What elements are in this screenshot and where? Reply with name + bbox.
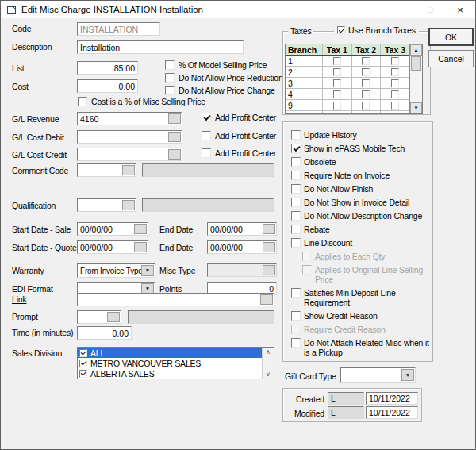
option-rebate[interactable]: Rebate bbox=[291, 225, 431, 234]
tax3-cell[interactable] bbox=[381, 89, 409, 99]
scrollbar-track[interactable] bbox=[410, 71, 422, 102]
checkbox[interactable] bbox=[165, 60, 175, 70]
tax2-checkbox[interactable] bbox=[362, 113, 370, 114]
no-price-change-checkbox[interactable]: Do Not Allow Price Change bbox=[165, 86, 275, 95]
gl-cost-debit-field[interactable] bbox=[77, 130, 182, 144]
option-show-in-epass-mobile-tech[interactable]: Show in ePASS Mobile Tech bbox=[291, 144, 431, 153]
checkbox[interactable] bbox=[79, 349, 87, 357]
sales-division-item[interactable]: ALL bbox=[78, 348, 262, 358]
scrollbar-thumb[interactable] bbox=[411, 56, 421, 71]
checkbox[interactable] bbox=[79, 370, 87, 378]
option-update-history[interactable]: Update History bbox=[291, 130, 431, 140]
checkbox[interactable] bbox=[291, 184, 301, 194]
tax2-cell[interactable] bbox=[352, 78, 381, 88]
tax1-checkbox[interactable] bbox=[333, 57, 341, 65]
tax1-checkbox[interactable] bbox=[333, 90, 341, 98]
checkbox[interactable] bbox=[79, 360, 87, 367]
option-do-not-show-in-invoice-detail[interactable]: Do Not Show in Invoice Detail bbox=[291, 198, 431, 207]
tax2-cell[interactable] bbox=[352, 100, 381, 110]
tax1-cell[interactable] bbox=[323, 89, 351, 99]
checkbox[interactable] bbox=[291, 198, 301, 207]
scroll-up-icon[interactable]: ▲ bbox=[410, 44, 422, 56]
prompt-combo[interactable] bbox=[77, 310, 121, 324]
tax1-cell[interactable] bbox=[323, 100, 351, 110]
checkbox[interactable] bbox=[291, 338, 301, 348]
cost-is-pct-checkbox[interactable]: Cost is a % of Misc Selling Price bbox=[78, 97, 205, 106]
tax-table-scrollbar[interactable]: ▲ ▼ bbox=[409, 44, 422, 113]
tax3-cell[interactable] bbox=[381, 111, 409, 113]
lookup-button[interactable] bbox=[122, 200, 135, 210]
tax2-checkbox[interactable] bbox=[362, 68, 370, 76]
checkbox[interactable] bbox=[165, 73, 175, 83]
use-branch-taxes-checkbox[interactable]: Use Branch Taxes bbox=[334, 25, 419, 35]
checkbox[interactable] bbox=[291, 238, 301, 248]
tax3-cell[interactable] bbox=[381, 67, 409, 77]
tax2-cell[interactable] bbox=[352, 67, 381, 77]
dropdown-arrow-icon[interactable] bbox=[401, 369, 414, 381]
tax1-checkbox[interactable] bbox=[333, 68, 341, 76]
tax1-checkbox[interactable] bbox=[333, 79, 341, 87]
tax2-checkbox[interactable] bbox=[362, 79, 370, 87]
tax2-checkbox[interactable] bbox=[362, 102, 370, 110]
calendar-button[interactable] bbox=[263, 224, 275, 234]
end-date-sale-field[interactable]: 00/00/00 bbox=[207, 222, 277, 236]
minimize-icon[interactable]: — bbox=[385, 1, 415, 18]
tax1-cell[interactable] bbox=[323, 78, 351, 88]
tax2-checkbox[interactable] bbox=[362, 57, 370, 65]
link-field[interactable] bbox=[77, 293, 274, 306]
option-require-note-on-invoice[interactable]: Require Note on Invoice bbox=[291, 171, 431, 180]
pct-model-selling-price-checkbox[interactable]: % Of Model Selling Price bbox=[165, 60, 267, 70]
add-profit-center-revenue-checkbox[interactable]: Add Profit Center bbox=[202, 113, 276, 122]
tax1-checkbox[interactable] bbox=[333, 102, 341, 110]
tax2-checkbox[interactable] bbox=[362, 90, 370, 98]
cost-field[interactable]: 0.00 bbox=[77, 79, 138, 93]
checkbox[interactable] bbox=[291, 288, 301, 298]
gl-cost-credit-field[interactable] bbox=[77, 148, 182, 161]
scroll-up-icon[interactable]: ∧ bbox=[266, 348, 271, 356]
lookup-button[interactable] bbox=[107, 312, 120, 322]
ok-button[interactable]: OK bbox=[428, 28, 474, 46]
dropdown-arrow-icon[interactable] bbox=[141, 265, 154, 276]
warranty-combo[interactable]: From Invoice Type bbox=[77, 263, 155, 278]
list-field[interactable]: 85.00 bbox=[77, 61, 138, 75]
start-date-sale-field[interactable]: 00/00/00 bbox=[77, 222, 148, 236]
lookup-button[interactable] bbox=[122, 165, 135, 175]
sales-division-scrollbar[interactable]: ∧ ∨ bbox=[262, 348, 274, 379]
sales-division-item[interactable]: ALBERTA SALES bbox=[78, 368, 262, 379]
tax3-cell[interactable] bbox=[381, 56, 409, 66]
lookup-button[interactable] bbox=[168, 149, 181, 160]
checkbox[interactable] bbox=[337, 26, 345, 34]
tax1-checkbox[interactable] bbox=[333, 113, 341, 114]
option-do-not-allow-description-change[interactable]: Do Not Allow Description Change bbox=[291, 211, 431, 221]
end-date-quote-field[interactable]: 00/00/00 bbox=[207, 240, 277, 254]
checkbox[interactable] bbox=[291, 311, 301, 321]
tax1-cell[interactable] bbox=[323, 56, 351, 66]
no-price-reduction-checkbox[interactable]: Do Not Allow Price Reduction bbox=[165, 73, 283, 83]
tax3-cell[interactable] bbox=[381, 100, 409, 110]
calendar-button[interactable] bbox=[134, 224, 147, 234]
checkbox[interactable] bbox=[202, 148, 211, 158]
add-profit-center-debit-checkbox[interactable]: Add Profit Center bbox=[202, 131, 276, 140]
tax3-cell[interactable] bbox=[381, 78, 409, 88]
checkbox[interactable] bbox=[291, 157, 301, 167]
option-do-not-allow-finish[interactable]: Do Not Allow Finish bbox=[291, 184, 431, 194]
checkbox[interactable] bbox=[291, 225, 301, 234]
checkbox[interactable] bbox=[202, 131, 211, 140]
checkbox[interactable] bbox=[291, 211, 301, 221]
checkbox[interactable] bbox=[291, 144, 301, 153]
tax3-checkbox[interactable] bbox=[391, 102, 399, 110]
comment-code-combo[interactable] bbox=[77, 163, 136, 177]
checkbox[interactable] bbox=[291, 171, 301, 180]
sales-division-item[interactable]: METRO VANCOUVER SALES bbox=[78, 358, 262, 368]
checkbox[interactable] bbox=[165, 86, 175, 95]
scroll-down-icon[interactable]: ∨ bbox=[266, 371, 271, 378]
lookup-button[interactable] bbox=[260, 294, 273, 305]
description-field[interactable]: Installation bbox=[77, 40, 244, 54]
tax1-cell[interactable] bbox=[323, 67, 351, 77]
tax2-cell[interactable] bbox=[352, 111, 381, 113]
time-field[interactable]: 0.00 bbox=[77, 326, 132, 340]
add-profit-center-credit-checkbox[interactable]: Add Profit Center bbox=[202, 148, 276, 158]
scroll-down-icon[interactable]: ▼ bbox=[410, 102, 422, 113]
gl-revenue-field[interactable]: 4160 bbox=[77, 112, 182, 125]
lookup-button[interactable] bbox=[168, 132, 181, 142]
